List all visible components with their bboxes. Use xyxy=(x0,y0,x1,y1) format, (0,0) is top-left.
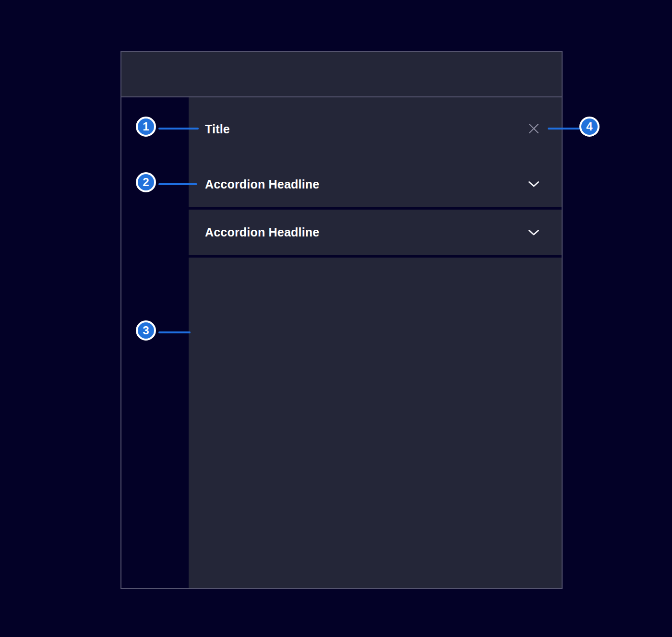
panel-body: Title Accordion Headline xyxy=(121,97,562,588)
accordion-section-2: Accordion Headline xyxy=(189,210,562,255)
close-icon xyxy=(528,122,540,136)
callout-marker-3: 3 xyxy=(136,320,156,341)
callout-marker-2: 2 xyxy=(136,172,156,192)
panel-title: Title xyxy=(205,122,230,136)
callout-line-1 xyxy=(158,128,199,130)
panel-top-bar xyxy=(121,52,562,97)
accordion-header-2[interactable]: Accordion Headline xyxy=(189,210,562,255)
title-row: Title xyxy=(189,97,562,161)
close-button[interactable] xyxy=(526,122,541,137)
callout-line-4 xyxy=(548,128,581,130)
panel-title-section: Title Accordion Headline xyxy=(189,97,562,207)
accordion-headline: Accordion Headline xyxy=(205,225,319,239)
chevron-down-icon xyxy=(526,225,541,240)
callout-line-2 xyxy=(158,183,197,185)
panel-content-area xyxy=(189,258,562,588)
flyout-panel: Title Accordion Headline xyxy=(120,51,563,589)
backdrop-strip xyxy=(121,97,189,588)
accordion-headline: Accordion Headline xyxy=(205,177,319,191)
accordion-header-1[interactable]: Accordion Headline xyxy=(189,161,562,207)
callout-line-3 xyxy=(158,331,191,333)
callout-marker-1: 1 xyxy=(136,117,156,137)
callout-marker-4: 4 xyxy=(579,117,600,137)
panel-content-column: Title Accordion Headline xyxy=(189,97,562,588)
chevron-down-icon xyxy=(526,177,541,192)
design-spec-canvas: Title Accordion Headline xyxy=(0,0,672,637)
